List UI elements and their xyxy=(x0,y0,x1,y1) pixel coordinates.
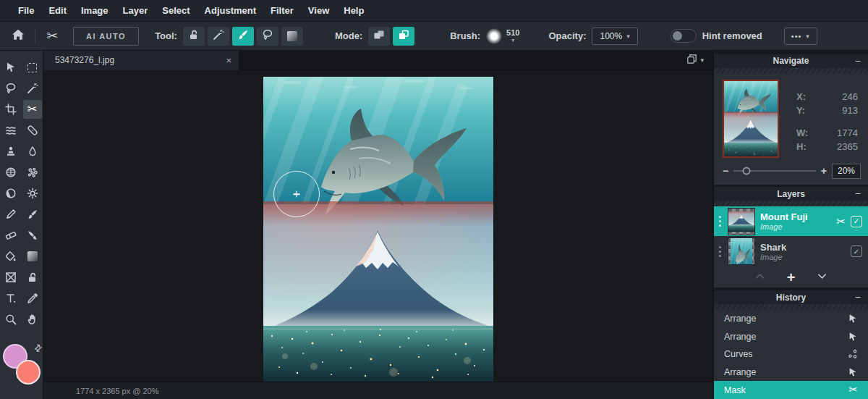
panel-grip[interactable] xyxy=(714,68,868,74)
tool-pen[interactable] xyxy=(1,205,20,224)
collapse-navigate-button[interactable]: − xyxy=(855,54,861,68)
tool-liquify[interactable] xyxy=(1,121,20,140)
canvas-area xyxy=(43,70,712,382)
history-item-arrange-3[interactable]: Arrange xyxy=(714,364,868,382)
tool-fill[interactable] xyxy=(1,247,20,266)
check-icon: ✓ xyxy=(854,248,859,256)
tool-blur[interactable] xyxy=(23,142,42,161)
layer-row-shark[interactable]: Shark Image ✓ xyxy=(714,236,868,266)
menu-select[interactable]: Select xyxy=(155,0,197,22)
tool-detail-globe[interactable] xyxy=(1,163,20,182)
zoom-slider[interactable] xyxy=(733,170,816,172)
close-tab-button[interactable]: × xyxy=(226,55,231,66)
scissors-icon: ✂ xyxy=(848,385,858,395)
layer-visibility-checkbox[interactable]: ✓ xyxy=(851,216,862,227)
gradient-icon xyxy=(27,251,38,261)
tool-heal[interactable] xyxy=(23,121,42,140)
tool-paintbrush[interactable] xyxy=(23,226,42,245)
menu-view[interactable]: View xyxy=(301,0,336,22)
brush-size-control[interactable]: 510 ▾ xyxy=(506,29,519,43)
lock-icon xyxy=(188,29,200,43)
history-item-curves[interactable]: Curves xyxy=(714,345,868,364)
secondary-color-swatch[interactable] xyxy=(16,360,41,385)
swap-colors-icon[interactable]: ⇄ xyxy=(31,341,44,354)
tool-move[interactable] xyxy=(1,58,20,77)
cursor-icon xyxy=(848,332,858,342)
brush-preview[interactable] xyxy=(486,28,502,44)
magic-cutout-tool-button[interactable] xyxy=(208,27,229,46)
layer-thumbnail xyxy=(728,238,755,265)
add-layer-button[interactable]: + xyxy=(787,270,796,285)
tool-gradient[interactable] xyxy=(23,247,42,266)
layer-visibility-checkbox[interactable]: ✓ xyxy=(851,245,862,257)
drag-handle-icon[interactable] xyxy=(717,216,723,227)
menu-bar: File Edit Image Layer Select Adjustment … xyxy=(0,0,868,22)
right-panel: Navigate − X:246 Y:913 W:1774 H:2365 − + xyxy=(712,51,868,399)
draw-cutout-tool-button[interactable] xyxy=(232,27,254,46)
zoom-value-field[interactable]: 20% xyxy=(832,164,861,179)
tool-draw-brush[interactable] xyxy=(23,205,42,224)
mode-subtract-button[interactable] xyxy=(368,27,390,46)
brush-label: Brush: xyxy=(450,30,480,41)
more-options-button[interactable]: ••• ▾ xyxy=(784,28,817,45)
panel-grip[interactable] xyxy=(714,304,868,310)
collapse-history-button[interactable]: − xyxy=(855,290,861,304)
zoom-slider-knob[interactable] xyxy=(743,167,751,175)
layer-mask-button[interactable]: ✂ xyxy=(836,215,846,227)
tool-zoom[interactable] xyxy=(1,310,20,329)
tool-color-picker[interactable] xyxy=(23,289,42,308)
history-item-arrange-2[interactable]: Arrange xyxy=(714,328,868,346)
tool-hand[interactable] xyxy=(23,310,42,329)
tool-clone-stamp[interactable] xyxy=(1,142,20,161)
cutout-tool-button[interactable]: ✂ xyxy=(41,26,63,46)
menu-adjustment[interactable]: Adjustment xyxy=(197,0,264,22)
history-label: Arrange xyxy=(724,367,848,377)
tool-crop[interactable] xyxy=(1,100,20,119)
navigate-thumbnail[interactable] xyxy=(723,80,779,158)
layer-row-mount-fuji[interactable]: Mount Fuji Image ✂ ✓ xyxy=(714,206,868,236)
opacity-select[interactable]: 100% ▾ xyxy=(592,28,637,45)
document-canvas[interactable] xyxy=(263,77,493,382)
cutout-keep-tool-button[interactable] xyxy=(183,27,205,46)
tool-cutout[interactable]: ✂ xyxy=(23,100,42,119)
menu-help[interactable]: Help xyxy=(336,0,371,22)
gradient-cutout-tool-button[interactable] xyxy=(281,27,303,46)
document-tab[interactable]: 53473276_l.jpg × xyxy=(43,51,239,70)
menu-edit[interactable]: Edit xyxy=(41,0,74,22)
y-value: 913 xyxy=(842,105,858,116)
menu-filter[interactable]: Filter xyxy=(263,0,301,22)
menu-file[interactable]: File xyxy=(11,0,41,22)
zoom-in-button[interactable]: + xyxy=(821,165,827,177)
tool-marquee[interactable] xyxy=(23,58,42,77)
zoom-out-button[interactable]: − xyxy=(723,165,728,177)
tool-lock[interactable] xyxy=(23,268,42,287)
ellipsis-icon: ••• xyxy=(791,32,802,41)
mode-add-button[interactable] xyxy=(393,27,414,46)
tool-dodge-burn[interactable] xyxy=(1,184,20,203)
drag-handle-icon[interactable] xyxy=(717,246,723,257)
window-layout-button[interactable]: ▾ xyxy=(686,54,704,67)
tool-magic-wand[interactable] xyxy=(23,79,42,98)
tool-eraser[interactable] xyxy=(1,226,20,245)
move-layer-up-button[interactable] xyxy=(754,271,765,284)
history-item-mask[interactable]: Mask ✂ xyxy=(714,381,868,399)
tool-lasso[interactable] xyxy=(1,79,20,98)
scissors-icon: ✂ xyxy=(46,29,58,43)
ai-auto-button[interactable]: AI AUTO xyxy=(73,27,139,46)
hint-removed-toggle[interactable] xyxy=(671,29,697,43)
zoom-controls: − + 20% xyxy=(714,161,868,185)
tool-text[interactable] xyxy=(1,289,20,308)
menu-layer[interactable]: Layer xyxy=(116,0,156,22)
navigate-info: X:246 Y:913 W:1774 H:2365 xyxy=(786,80,862,158)
collapse-layers-button[interactable]: − xyxy=(855,187,861,201)
tool-disperse-dots[interactable] xyxy=(23,163,42,182)
tool-shape-frame[interactable] xyxy=(1,268,20,287)
history-item-arrange-1[interactable]: Arrange xyxy=(714,310,868,328)
home-button[interactable] xyxy=(7,26,29,46)
menu-image[interactable]: Image xyxy=(74,0,116,22)
panel-grip[interactable] xyxy=(714,201,868,206)
lasso-cutout-tool-button[interactable] xyxy=(257,27,278,46)
chevron-down-icon: ▾ xyxy=(626,33,630,40)
move-layer-down-button[interactable] xyxy=(817,271,827,284)
tool-sharpen-gear[interactable] xyxy=(23,184,42,203)
